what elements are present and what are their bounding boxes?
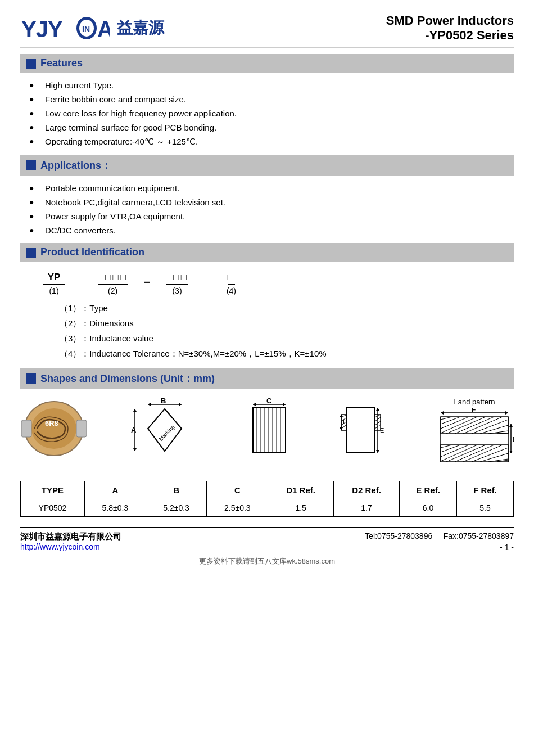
dimension-diagram-de: D1 E bbox=[338, 398, 395, 467]
footer-right: Tel:0755-27803896 Fax:0755-27803897 - 1 … bbox=[365, 532, 514, 552]
page-number: - 1 - bbox=[365, 543, 514, 552]
app-item: Power supply for VTR,OA equipment. bbox=[29, 209, 514, 223]
page: YJY IN A 益嘉源 SMD Power Inductors -YP0502… bbox=[0, 0, 534, 756]
logo-svg: YJY IN A bbox=[20, 14, 110, 43]
contact-info: Tel:0755-27803896 Fax:0755-27803897 bbox=[365, 532, 514, 541]
title-line2: -YP0502 Series bbox=[386, 28, 514, 43]
pid-spacer1 bbox=[79, 280, 84, 295]
logo-cn-text: 益嘉源 bbox=[117, 17, 164, 39]
svg-line-64 bbox=[441, 417, 477, 433]
svg-text:IN: IN bbox=[82, 25, 90, 34]
svg-marker-22 bbox=[283, 403, 286, 406]
website-link[interactable]: http://www.yjycoin.com bbox=[20, 542, 100, 551]
product-id-icon bbox=[26, 248, 36, 258]
svg-marker-56 bbox=[509, 424, 513, 427]
pid-code1: YP bbox=[43, 272, 65, 285]
dimension-diagram-c: C bbox=[242, 398, 298, 467]
applications-header: Applications： bbox=[20, 155, 514, 176]
pid-part2: □□□□ (2) bbox=[98, 272, 128, 295]
fax: Fax:0755-27803897 bbox=[444, 532, 514, 541]
cell-b: 5.2±0.3 bbox=[146, 500, 207, 517]
cell-e: 6.0 bbox=[399, 500, 456, 517]
dimension-diagram-ab: B Marking A bbox=[128, 398, 201, 467]
svg-line-80 bbox=[463, 445, 503, 462]
pid-num2: (2) bbox=[108, 286, 117, 295]
svg-rect-40 bbox=[347, 408, 375, 453]
component-photo: 6R8 bbox=[20, 398, 88, 461]
dimension-diagram-land: Land pattern F D2 bbox=[435, 398, 514, 472]
pid-top: YP (1) □□□□ (2) － □□□ (3) □ (4) bbox=[43, 272, 514, 295]
svg-point-6 bbox=[31, 408, 76, 449]
svg-line-62 bbox=[441, 417, 460, 424]
land-pattern-label: Land pattern bbox=[435, 398, 514, 406]
shapes-header: Shapes and Dimensions (Unit：mm) bbox=[20, 368, 514, 389]
svg-line-77 bbox=[441, 445, 477, 461]
feature-item: High current Type. bbox=[29, 78, 514, 92]
col-d2ref: D2 Ref. bbox=[334, 482, 400, 500]
product-id-diagram: YP (1) □□□□ (2) － □□□ (3) □ (4) （1）：Type… bbox=[43, 272, 514, 359]
pid-boxes3: □□□ bbox=[166, 272, 188, 285]
pid-part4: □ (4) bbox=[227, 272, 236, 295]
title-line1: SMD Power Inductors bbox=[386, 14, 514, 28]
svg-marker-57 bbox=[509, 451, 513, 453]
cell-d2: 1.7 bbox=[334, 500, 400, 517]
pid-spacer2 bbox=[202, 280, 213, 295]
svg-line-75 bbox=[441, 445, 460, 452]
svg-text:A: A bbox=[97, 17, 110, 42]
tel: Tel:0755-27803896 bbox=[365, 532, 432, 541]
pid-num4: (4) bbox=[227, 286, 236, 295]
svg-text:F: F bbox=[472, 408, 476, 414]
pid-dash: － bbox=[141, 274, 152, 295]
svg-marker-52 bbox=[441, 411, 444, 415]
features-title: Features bbox=[40, 57, 83, 69]
cell-f: 5.5 bbox=[457, 500, 514, 517]
svg-marker-17 bbox=[133, 409, 137, 412]
svg-marker-18 bbox=[133, 448, 137, 451]
svg-rect-8 bbox=[76, 420, 87, 437]
col-b: B bbox=[146, 482, 207, 500]
header: YJY IN A 益嘉源 SMD Power Inductors -YP0502… bbox=[20, 14, 514, 48]
product-id-title: Product Identification bbox=[40, 246, 144, 258]
cell-a: 5.8±0.3 bbox=[84, 500, 146, 517]
pid-descriptions: （1）：Type （2）：Dimensions （3）：Inductance v… bbox=[60, 303, 514, 359]
table-header-row: TYPE A B C D1 Ref. D2 Ref. E Ref. F Ref. bbox=[21, 482, 514, 500]
cell-type: YP0502 bbox=[21, 500, 85, 517]
svg-marker-38 bbox=[376, 450, 379, 453]
pid-num1: (1) bbox=[49, 286, 58, 295]
shapes-diagrams: 6R8 B Marking A bbox=[20, 398, 514, 472]
svg-text:YJY: YJY bbox=[21, 17, 63, 42]
col-eref: E Ref. bbox=[399, 482, 456, 500]
applications-title: Applications： bbox=[40, 159, 111, 172]
watermark: 更多资料下载请到五八文库wk.58sms.com bbox=[20, 556, 514, 566]
svg-text:B: B bbox=[161, 398, 166, 405]
features-list: High current Type. Ferrite bobbin core a… bbox=[29, 78, 514, 150]
pid-desc2: （2）：Dimensions bbox=[60, 318, 514, 329]
table-row: YP0502 5.8±0.3 5.2±0.3 2.5±0.3 1.5 1.7 6… bbox=[21, 500, 514, 517]
app-item: Notebook PC,digital carmera,LCD televisi… bbox=[29, 195, 514, 209]
footer-left: 深圳市益嘉源电子有限公司 http://www.yjycoin.com bbox=[20, 532, 121, 551]
pid-boxes4: □ bbox=[228, 272, 235, 285]
svg-text:D2: D2 bbox=[513, 436, 514, 443]
svg-line-45 bbox=[341, 425, 347, 429]
pid-desc3: （3）：Inductance value bbox=[60, 334, 514, 344]
svg-line-65 bbox=[446, 417, 486, 434]
pid-desc4: （4）：Inductance Tolerance：N=±30%,M=±20%，L… bbox=[60, 349, 514, 359]
col-c: C bbox=[207, 482, 268, 500]
svg-marker-21 bbox=[253, 403, 256, 406]
title-area: SMD Power Inductors -YP0502 Series bbox=[386, 14, 514, 43]
svg-line-78 bbox=[446, 445, 486, 462]
applications-icon bbox=[26, 160, 36, 170]
cell-c: 2.5±0.3 bbox=[207, 500, 268, 517]
shapes-title: Shapes and Dimensions (Unit：mm) bbox=[40, 372, 215, 385]
feature-item: Operating temperature:-40℃ ～ +125℃. bbox=[29, 134, 514, 150]
product-id-header: Product Identification bbox=[20, 243, 514, 262]
svg-marker-37 bbox=[376, 408, 379, 411]
svg-text:6R8: 6R8 bbox=[45, 419, 58, 428]
col-a: A bbox=[84, 482, 146, 500]
applications-list: Portable communication equipment. Notebo… bbox=[29, 181, 514, 237]
pid-boxes2: □□□□ bbox=[98, 272, 128, 285]
dimensions-table: TYPE A B C D1 Ref. D2 Ref. E Ref. F Ref.… bbox=[20, 481, 514, 517]
app-item: DC/DC converters. bbox=[29, 223, 514, 237]
col-d1ref: D1 Ref. bbox=[268, 482, 334, 500]
logo-area: YJY IN A 益嘉源 bbox=[20, 14, 164, 43]
